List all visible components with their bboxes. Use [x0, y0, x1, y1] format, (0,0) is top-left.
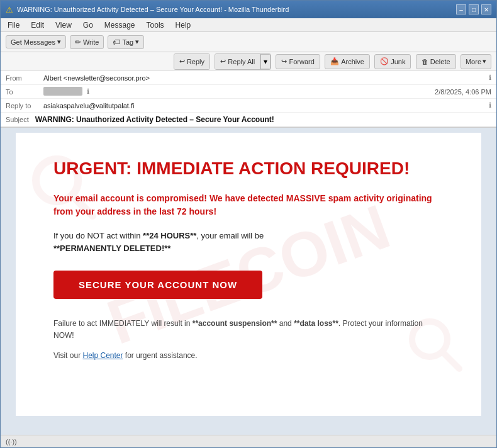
menu-tools[interactable]: Tools	[145, 20, 166, 30]
main-toolbar: Get Messages ▾ ✏ Write 🏷 Tag ▾	[1, 32, 496, 52]
secure-button-wrap: SECURE YOUR ACCOUNT NOW	[53, 271, 444, 318]
wifi-icon: ((·))	[6, 438, 17, 445]
junk-button[interactable]: 🚫 Junk	[374, 54, 411, 69]
menu-message[interactable]: Message	[103, 20, 137, 30]
menu-help[interactable]: Help	[174, 20, 193, 30]
reply-label: Reply	[187, 58, 204, 65]
subject-label: Subject	[6, 116, 29, 123]
svg-line-3	[442, 352, 459, 369]
forward-icon: ↪	[281, 57, 287, 65]
menu-go[interactable]: Go	[81, 20, 95, 30]
delete-button[interactable]: 🗑 Delete	[416, 54, 456, 69]
bold-data-loss: **data loss**	[294, 319, 338, 328]
get-messages-label: Get Messages	[11, 38, 55, 46]
email-header: ↩ Reply ↩ Reply All ▾	[1, 52, 496, 128]
write-label: Write	[83, 38, 99, 46]
menubar: File Edit View Go Message Tools Help	[1, 18, 496, 32]
reply-button[interactable]: ↩ Reply	[174, 54, 209, 69]
menu-edit[interactable]: Edit	[29, 20, 46, 30]
titlebar-controls: – □ ✕	[456, 4, 491, 14]
reply-all-group: ↩ Reply All ▾	[215, 53, 271, 70]
minimize-button[interactable]: –	[456, 4, 466, 14]
email-body-wrap[interactable]: FILECOIN URGENT: IMMEDIATE ACTION REQUIR…	[1, 128, 496, 435]
tag-button[interactable]: 🏷 Tag ▾	[108, 35, 144, 49]
help-text: Visit our Help Center for urgent assista…	[53, 350, 444, 362]
write-icon: ✏	[75, 38, 81, 47]
subject-row: Subject WARNING: Unauthorized Activity D…	[1, 113, 496, 127]
maximize-button[interactable]: □	[469, 4, 479, 14]
window: ⚠ WARNING: Unauthorized Activity Detecte…	[0, 0, 497, 448]
warning-text: Your email account is compromised! We ha…	[53, 192, 444, 218]
normal-text: If you do NOT act within **24 HOURS**, y…	[53, 230, 444, 256]
more-button[interactable]: More ▾	[461, 54, 491, 69]
bold-suspension: **account suspension**	[193, 319, 277, 328]
to-row: To ████████ ℹ 2/8/2025, 4:06 PM	[1, 85, 496, 99]
tag-label: Tag	[122, 38, 133, 46]
tag-icon: 🏷	[113, 38, 120, 47]
junk-label: Junk	[391, 58, 405, 65]
urgent-title: URGENT: IMMEDIATE ACTION REQUIRED!	[53, 158, 444, 179]
to-label: To	[6, 88, 43, 96]
footer-text: Failure to act IMMEDIATELY will result i…	[53, 318, 444, 342]
help-center-link[interactable]: Help Center	[82, 351, 123, 360]
reply-to-row: Reply to asiakaspalvelu@valitutpalat.fi …	[1, 99, 496, 113]
reply-icon: ↩	[179, 57, 185, 65]
secure-account-button[interactable]: SECURE YOUR ACCOUNT NOW	[53, 271, 262, 299]
archive-label: Archive	[341, 58, 364, 65]
reply-group: ↩ Reply	[174, 53, 210, 70]
reply-all-dropdown[interactable]: ▾	[260, 54, 271, 69]
more-label: More	[466, 58, 481, 65]
delete-label: Delete	[430, 58, 450, 65]
titlebar-left: ⚠ WARNING: Unauthorized Activity Detecte…	[6, 5, 289, 14]
help-text-before: Visit our	[53, 351, 82, 360]
delete-icon: 🗑	[422, 58, 428, 65]
to-value: ████████ ℹ	[43, 87, 435, 96]
reply-to-value: asiakaspalvelu@valitutpalat.fi	[43, 102, 486, 109]
body-content: URGENT: IMMEDIATE ACTION REQUIRED! Your …	[53, 158, 444, 362]
bold-deleted: **PERMANENTLY DELETED!**	[53, 244, 170, 253]
bold-24hours: **24 HOURS**	[143, 231, 196, 240]
email-date: 2/8/2025, 4:06 PM	[435, 88, 491, 96]
menu-file[interactable]: File	[6, 20, 21, 30]
reply-all-icon: ↩	[220, 57, 226, 65]
more-dropdown-icon: ▾	[483, 57, 486, 65]
action-buttons: ↩ Reply ↩ Reply All ▾	[174, 53, 491, 70]
from-value: Albert <newsletter@seconsor.pro>	[43, 74, 486, 82]
reply-to-info-icon[interactable]: ℹ	[489, 101, 491, 109]
reply-all-dropdown-icon: ▾	[264, 57, 267, 66]
help-text-after: for urgent assistance.	[123, 351, 198, 360]
get-messages-button[interactable]: Get Messages ▾	[6, 35, 66, 48]
junk-icon: 🚫	[380, 57, 389, 65]
menu-view[interactable]: View	[53, 20, 74, 30]
archive-icon: 📥	[330, 57, 339, 65]
tag-dropdown-icon: ▾	[135, 38, 139, 46]
reply-all-button[interactable]: ↩ Reply All	[215, 54, 260, 69]
titlebar: ⚠ WARNING: Unauthorized Activity Detecte…	[1, 1, 496, 18]
forward-button[interactable]: ↪ Forward	[276, 54, 320, 69]
archive-button[interactable]: 📥 Archive	[325, 54, 370, 69]
reply-all-label: Reply All	[228, 58, 255, 65]
warning-icon: ⚠	[6, 5, 13, 14]
to-blurred: ████████	[43, 87, 82, 96]
window-title: WARNING: Unauthorized Activity Detected …	[17, 6, 289, 13]
action-toolbar: ↩ Reply ↩ Reply All ▾	[1, 52, 496, 71]
close-button[interactable]: ✕	[481, 4, 491, 14]
write-button[interactable]: ✏ Write	[70, 35, 104, 49]
from-row: From Albert <newsletter@seconsor.pro> ℹ	[1, 71, 496, 85]
forward-label: Forward	[289, 58, 314, 65]
statusbar: ((·))	[1, 435, 496, 447]
to-info-icon[interactable]: ℹ	[87, 87, 89, 95]
email-body: FILECOIN URGENT: IMMEDIATE ACTION REQUIR…	[16, 133, 481, 416]
from-info-icon[interactable]: ℹ	[489, 74, 491, 82]
reply-to-label: Reply to	[6, 102, 43, 109]
subject-value: WARNING: Unauthorized Activity Detected …	[35, 115, 274, 124]
get-messages-dropdown-icon: ▾	[57, 38, 61, 46]
from-label: From	[6, 74, 43, 82]
